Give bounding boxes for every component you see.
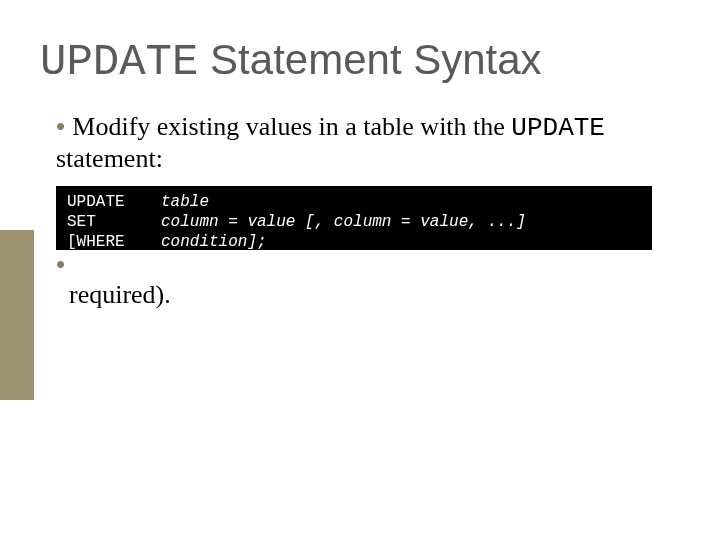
bullet1-code: UPDATE (511, 113, 605, 143)
accent-sidebar (0, 230, 34, 400)
bullet-marker: • (56, 111, 72, 141)
title-code: UPDATE (40, 37, 198, 87)
bullet-marker: • (56, 249, 72, 279)
bullet-1: • Modify existing values in a table with… (56, 112, 690, 174)
syntax-row: SET column = value [, column = value, ..… (66, 212, 527, 232)
syntax-row: UPDATE table (66, 192, 527, 212)
slide-title: UPDATE Statement Syntax (40, 36, 542, 87)
syntax-table: UPDATE table SET column = value [, colum… (66, 192, 527, 252)
syntax-keyword: SET (66, 212, 160, 232)
syntax-arg: column = value [, column = value, ...] (160, 212, 527, 232)
syntax-codebox: UPDATE table SET column = value [, colum… (56, 186, 652, 250)
syntax-arg: table (160, 192, 527, 212)
syntax-row: [WHERE condition]; (66, 232, 527, 252)
bullet1-prefix: Modify existing values in a table with t… (72, 112, 511, 141)
bullet2-text: required). (69, 280, 171, 309)
title-rest: Statement Syntax (198, 36, 541, 83)
syntax-keyword: [WHERE (66, 232, 160, 252)
syntax-keyword: UPDATE (66, 192, 160, 212)
syntax-arg: condition]; (160, 232, 527, 252)
bullet1-suffix: statement: (56, 144, 163, 173)
bullet-2-fragment: • xx required). (56, 250, 690, 310)
